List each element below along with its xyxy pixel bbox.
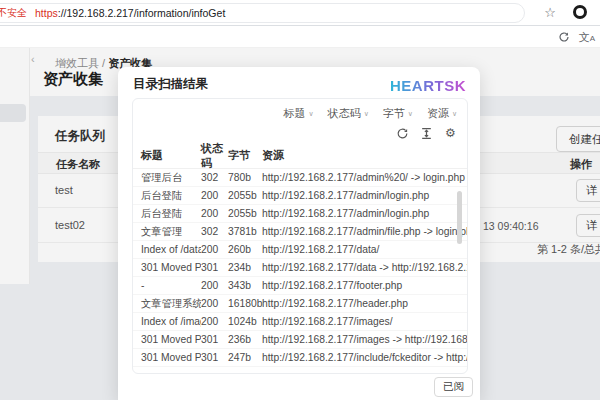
table-row: 文章管理 302 3781b http://192.168.2.177/admi… [133, 223, 467, 241]
scan-result-modal: 目录扫描结果 HEARTSK 标题∨ 状态码∨ 字节∨ 资源∨ ⚙ 标题 状 [118, 67, 480, 400]
scan-resource[interactable]: http://192.168.2.177/admin/file.php -> l… [262, 226, 467, 237]
scan-status: 200 [201, 190, 228, 201]
table-row: Index of /data 200 260b http://192.168.2… [133, 241, 467, 259]
scan-status: 302 [201, 226, 228, 237]
chevron-down-icon: ∨ [452, 110, 457, 117]
scan-col-bytes: 字节 [228, 148, 262, 163]
url-rest: ://192.168.2.217/information/infoGet [58, 7, 226, 19]
scan-status: 200 [201, 244, 228, 255]
scan-resource[interactable]: http://192.168.2.177/admin/login.php [262, 190, 467, 201]
table-row: 301 Moved Perma... 301 236b http://192.1… [133, 331, 467, 349]
translate-icon[interactable]: 文A [579, 30, 595, 45]
scan-resource[interactable]: http://192.168.2.177/admin%20/ -> login.… [262, 172, 467, 183]
chevron-down-icon: ∨ [309, 110, 314, 117]
scan-title: 管理后台 [133, 171, 201, 185]
scan-bytes: 1024b [228, 316, 262, 327]
scan-status: 301 [201, 352, 228, 363]
scan-title: 301 Moved Perma... [133, 262, 201, 273]
scan-title: 后台登陆 [133, 207, 201, 221]
filter-dropdown[interactable]: 字节∨ [383, 106, 413, 121]
acknowledge-button[interactable]: 已阅 [434, 377, 473, 397]
table-row: Index of /images 200 1024b http://192.16… [133, 313, 467, 331]
filter-dropdown[interactable]: 标题∨ [284, 106, 314, 121]
scan-bytes: 16180b [228, 298, 262, 309]
scan-status: 200 [201, 298, 228, 309]
refresh-icon[interactable] [558, 31, 570, 43]
reload-icon[interactable] [396, 127, 409, 140]
scan-table-body: 管理后台 302 780b http://192.168.2.177/admin… [133, 169, 467, 367]
scan-title: 后台登陆 [133, 189, 201, 203]
table-toolbar: ⚙ [133, 121, 467, 143]
heartsk-logo: HEARTSK [390, 77, 466, 94]
scan-title: 文章管理 [133, 225, 201, 239]
scan-bytes: 2055b [228, 190, 262, 201]
scan-title: Index of /data [133, 244, 201, 255]
table-row: - 200 343b http://192.168.2.177/footer.p… [133, 277, 467, 295]
scan-bytes: 2055b [228, 208, 262, 219]
table-row: 后台登陆 200 2055b http://192.168.2.177/admi… [133, 187, 467, 205]
scan-bytes: 343b [228, 280, 262, 291]
scan-bytes: 234b [228, 262, 262, 273]
scan-resource[interactable]: http://192.168.2.177/images/ [262, 316, 467, 327]
scan-status: 200 [201, 208, 228, 219]
scan-status: 200 [201, 280, 228, 291]
filter-row: 标题∨ 状态码∨ 字节∨ 资源∨ [133, 99, 467, 121]
scan-title: - [133, 280, 201, 291]
scan-bytes: 236b [228, 334, 262, 345]
scan-resource[interactable]: http://192.168.2.177/include/fckeditor -… [262, 352, 467, 363]
filter-dropdown[interactable]: 状态码∨ [328, 106, 369, 121]
table-row: 管理后台 302 780b http://192.168.2.177/admin… [133, 169, 467, 187]
column-height-icon[interactable] [420, 127, 433, 140]
scan-status: 200 [201, 316, 228, 327]
scan-resource[interactable]: http://192.168.2.177/images -> http://19… [262, 334, 467, 345]
scan-resource[interactable]: http://192.168.2.177/footer.php [262, 280, 467, 291]
scrollbar-thumb[interactable] [457, 191, 462, 244]
scan-status: 301 [201, 334, 228, 345]
modal-title: 目录扫描结果 [133, 76, 208, 93]
scan-resource[interactable]: http://192.168.2.177/data -> http://192.… [262, 262, 467, 273]
table-row: 后台登陆 200 2055b http://192.168.2.177/admi… [133, 205, 467, 223]
scan-bytes: 247b [228, 352, 262, 363]
filter-dropdown[interactable]: 资源∨ [427, 106, 457, 121]
scan-col-title: 标题 [133, 148, 201, 163]
scan-resource[interactable]: http://192.168.2.177/data/ [262, 244, 467, 255]
table-row: 301 Moved Perma... 301 247b http://192.1… [133, 349, 467, 367]
scan-title: Index of /images [133, 316, 201, 327]
browser-address-bar: 不安全 https://192.168.2.217/information/in… [0, 0, 600, 26]
settings-gear-icon[interactable]: ⚙ [444, 127, 457, 140]
scan-title: 文章管理系统 [133, 297, 201, 311]
scan-col-status: 状态码 [201, 141, 228, 171]
table-row: 301 Moved Perma... 301 234b http://192.1… [133, 259, 467, 277]
security-warning-label[interactable]: 不安全 [0, 6, 27, 20]
scan-bytes: 780b [228, 172, 262, 183]
bookmark-star-icon[interactable]: ☆ [544, 5, 556, 20]
table-row: 文章管理系统 200 16180b http://192.168.2.177/h… [133, 295, 467, 313]
scan-bytes: 260b [228, 244, 262, 255]
scan-resource[interactable]: http://192.168.2.177/admin/login.php [262, 208, 467, 219]
scan-status: 301 [201, 262, 228, 273]
scan-title: 301 Moved Perma... [133, 352, 201, 363]
scan-table-header: 标题 状态码 字节 资源 [133, 143, 467, 169]
scan-resource[interactable]: http://192.168.2.177/header.php [262, 298, 467, 309]
url-scheme: https [35, 7, 58, 19]
scan-title: 301 Moved Perma... [133, 334, 201, 345]
scan-bytes: 3781b [228, 226, 262, 237]
app-top-bar: 文A [0, 26, 600, 48]
url-text[interactable]: https://192.168.2.217/information/infoGe… [35, 7, 225, 19]
scan-status: 302 [201, 172, 228, 183]
scan-col-resource: 资源 [262, 148, 467, 163]
url-box[interactable]: 不安全 https://192.168.2.217/information/in… [0, 3, 525, 23]
chevron-down-icon: ∨ [408, 110, 413, 117]
browser-profile-avatar[interactable] [573, 5, 587, 19]
scan-table-card: 标题∨ 状态码∨ 字节∨ 资源∨ ⚙ 标题 状态码 字节 资源 [132, 98, 468, 374]
chevron-down-icon: ∨ [364, 110, 369, 117]
